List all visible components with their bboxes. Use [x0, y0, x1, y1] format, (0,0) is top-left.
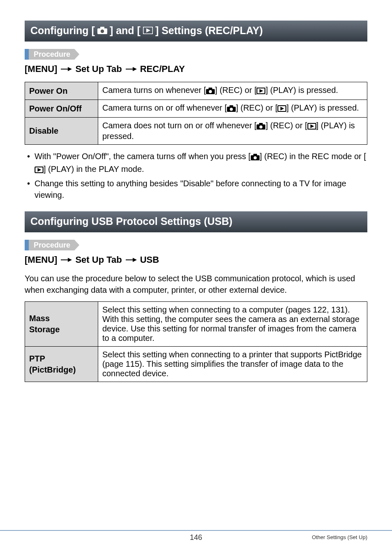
option-label: Power On [25, 82, 98, 100]
footer-section-name: Other Settings (Set Up) [312, 534, 367, 540]
svg-point-11 [209, 90, 212, 93]
table-row: Mass Storage Select this setting when co… [25, 302, 367, 347]
svg-rect-20 [259, 123, 263, 125]
play-icon [143, 25, 153, 37]
svg-point-2 [101, 30, 104, 33]
svg-marker-28 [37, 168, 41, 172]
menu-path-1-c: REC/PLAY [140, 64, 185, 74]
option-label: Power On/Off [25, 100, 98, 118]
option-label: Disable [25, 118, 98, 145]
procedure-accent [25, 240, 29, 250]
svg-point-26 [254, 156, 256, 159]
svg-point-16 [230, 108, 233, 111]
section1-header: Configuring [ ] and [ ] Settings (REC/PL… [25, 21, 367, 42]
svg-marker-23 [310, 125, 314, 128]
list-item: Change this setting to anything besides … [26, 178, 367, 201]
menu-path-2-a: [MENU] [25, 255, 57, 265]
svg-rect-1 [100, 27, 104, 29]
option-label: PTP (PictBridge) [25, 347, 98, 382]
camera-icon [206, 87, 215, 96]
menu-path-1: [MENU] Set Up Tab REC/PLAY [25, 64, 367, 74]
arrow-icon [60, 257, 72, 263]
procedure-accent [25, 49, 29, 60]
table-row: Power On Camera turns on whenever [] (RE… [25, 82, 367, 100]
menu-path-2: [MENU] Set Up Tab USB [25, 255, 367, 265]
menu-path-1-a: [MENU] [25, 64, 57, 74]
svg-marker-8 [133, 67, 137, 71]
svg-point-21 [260, 125, 263, 128]
svg-marker-30 [68, 258, 72, 262]
menu-path-2-c: USB [140, 255, 159, 265]
section2-intro: You can use the procedure below to selec… [25, 273, 367, 296]
option-desc: Select this setting when connecting to a… [98, 302, 367, 347]
play-icon [35, 164, 44, 176]
option-desc: Select this setting when connecting to a… [98, 347, 367, 382]
procedure-label-2: Procedure [29, 240, 79, 250]
svg-rect-10 [209, 88, 212, 90]
arrow-icon [125, 257, 137, 263]
camera-icon [256, 122, 265, 132]
option-desc: Camera turns on whenever [] (REC) or [] … [98, 82, 367, 100]
arrow-icon [125, 66, 137, 72]
table-row: Power On/Off Camera turns on or off when… [25, 100, 367, 118]
option-desc: Camera does not turn on or off whenever … [98, 118, 367, 145]
play-icon [256, 87, 265, 96]
play-icon [277, 104, 286, 114]
play-icon [307, 122, 316, 132]
svg-rect-15 [230, 105, 233, 107]
menu-path-1-b: Set Up Tab [75, 64, 122, 74]
arrow-icon [60, 66, 72, 72]
procedure-row-1: Procedure [25, 49, 367, 60]
option-label: Mass Storage [25, 302, 98, 347]
svg-marker-18 [281, 107, 284, 111]
section1-title-pre: Configuring [ [30, 25, 95, 37]
svg-marker-4 [146, 28, 150, 32]
procedure-label-1: Procedure [29, 49, 79, 60]
list-item: With "Power On/Off", the camera turns of… [26, 150, 367, 176]
svg-marker-32 [133, 258, 137, 262]
page-footer: 146 Other Settings (Set Up) [0, 530, 392, 543]
section2-title: Configuring USB Protocol Settings (USB) [30, 215, 233, 227]
camera-icon [227, 104, 236, 114]
table-row: PTP (PictBridge) Select this setting whe… [25, 347, 367, 382]
recplay-options-table: Power On Camera turns on whenever [] (RE… [25, 82, 367, 145]
svg-marker-13 [260, 89, 263, 93]
section1-title-mid: ] and [ [110, 25, 141, 37]
option-desc: Camera turns on or off whenever [] (REC)… [98, 100, 367, 118]
section1-title-post: ] Settings (REC/PLAY) [155, 25, 263, 37]
procedure-row-2: Procedure [25, 240, 367, 250]
menu-path-2-b: Set Up Tab [75, 255, 122, 265]
svg-rect-25 [253, 154, 257, 156]
section1-notes: With "Power On/Off", the camera turns of… [25, 150, 367, 201]
usb-options-table: Mass Storage Select this setting when co… [25, 301, 367, 382]
camera-icon [97, 25, 107, 37]
section2-header: Configuring USB Protocol Settings (USB) [25, 211, 367, 232]
svg-marker-6 [68, 67, 72, 71]
table-row: Disable Camera does not turn on or off w… [25, 118, 367, 145]
camera-icon [251, 152, 260, 163]
